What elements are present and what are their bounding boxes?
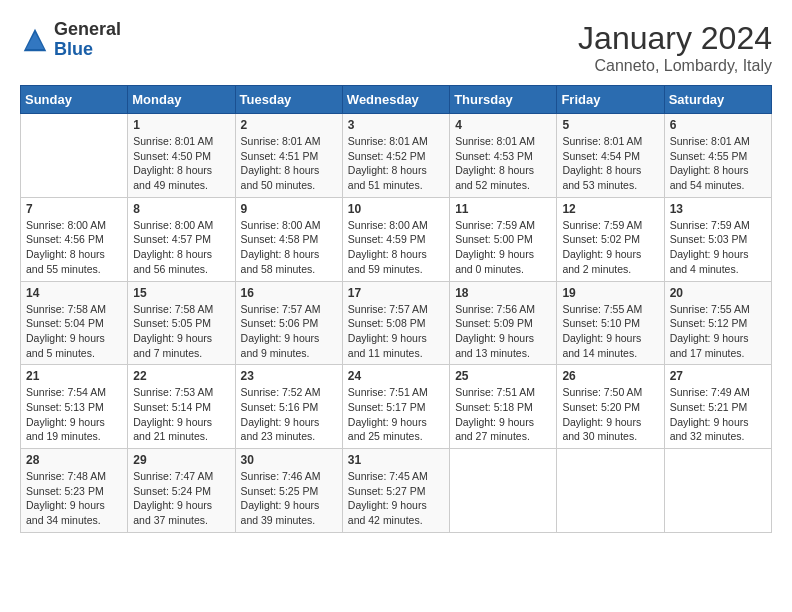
day-info: Sunrise: 7:52 AMSunset: 5:16 PMDaylight:… bbox=[241, 385, 337, 444]
calendar-day-cell: 17Sunrise: 7:57 AMSunset: 5:08 PMDayligh… bbox=[342, 281, 449, 365]
calendar-day-cell: 7Sunrise: 8:00 AMSunset: 4:56 PMDaylight… bbox=[21, 197, 128, 281]
day-number: 9 bbox=[241, 202, 337, 216]
day-number: 6 bbox=[670, 118, 766, 132]
calendar-week-row: 14Sunrise: 7:58 AMSunset: 5:04 PMDayligh… bbox=[21, 281, 772, 365]
logo: General Blue bbox=[20, 20, 121, 60]
calendar-day-cell: 2Sunrise: 8:01 AMSunset: 4:51 PMDaylight… bbox=[235, 114, 342, 198]
day-number: 28 bbox=[26, 453, 122, 467]
day-info: Sunrise: 8:00 AMSunset: 4:58 PMDaylight:… bbox=[241, 218, 337, 277]
logo-icon bbox=[20, 25, 50, 55]
day-number: 26 bbox=[562, 369, 658, 383]
day-number: 23 bbox=[241, 369, 337, 383]
day-number: 17 bbox=[348, 286, 444, 300]
calendar-day-cell: 20Sunrise: 7:55 AMSunset: 5:12 PMDayligh… bbox=[664, 281, 771, 365]
calendar-day-cell: 28Sunrise: 7:48 AMSunset: 5:23 PMDayligh… bbox=[21, 449, 128, 533]
day-number: 1 bbox=[133, 118, 229, 132]
calendar-day-cell: 26Sunrise: 7:50 AMSunset: 5:20 PMDayligh… bbox=[557, 365, 664, 449]
day-number: 13 bbox=[670, 202, 766, 216]
day-number: 12 bbox=[562, 202, 658, 216]
calendar-day-header: Wednesday bbox=[342, 86, 449, 114]
day-number: 27 bbox=[670, 369, 766, 383]
calendar-week-row: 21Sunrise: 7:54 AMSunset: 5:13 PMDayligh… bbox=[21, 365, 772, 449]
calendar-day-cell: 19Sunrise: 7:55 AMSunset: 5:10 PMDayligh… bbox=[557, 281, 664, 365]
calendar-day-cell: 6Sunrise: 8:01 AMSunset: 4:55 PMDaylight… bbox=[664, 114, 771, 198]
calendar-week-row: 28Sunrise: 7:48 AMSunset: 5:23 PMDayligh… bbox=[21, 449, 772, 533]
day-info: Sunrise: 7:54 AMSunset: 5:13 PMDaylight:… bbox=[26, 385, 122, 444]
day-info: Sunrise: 8:01 AMSunset: 4:55 PMDaylight:… bbox=[670, 134, 766, 193]
day-number: 4 bbox=[455, 118, 551, 132]
calendar-day-cell: 21Sunrise: 7:54 AMSunset: 5:13 PMDayligh… bbox=[21, 365, 128, 449]
day-number: 8 bbox=[133, 202, 229, 216]
day-number: 3 bbox=[348, 118, 444, 132]
calendar-day-cell bbox=[21, 114, 128, 198]
calendar-day-cell bbox=[557, 449, 664, 533]
logo-general-text: General bbox=[54, 19, 121, 39]
day-number: 15 bbox=[133, 286, 229, 300]
logo-blue-text: Blue bbox=[54, 39, 93, 59]
day-info: Sunrise: 7:59 AMSunset: 5:03 PMDaylight:… bbox=[670, 218, 766, 277]
day-info: Sunrise: 7:55 AMSunset: 5:10 PMDaylight:… bbox=[562, 302, 658, 361]
calendar-title: January 2024 bbox=[578, 20, 772, 57]
day-info: Sunrise: 7:48 AMSunset: 5:23 PMDaylight:… bbox=[26, 469, 122, 528]
day-info: Sunrise: 7:51 AMSunset: 5:17 PMDaylight:… bbox=[348, 385, 444, 444]
calendar-day-cell bbox=[450, 449, 557, 533]
calendar-day-cell: 12Sunrise: 7:59 AMSunset: 5:02 PMDayligh… bbox=[557, 197, 664, 281]
day-number: 22 bbox=[133, 369, 229, 383]
title-block: January 2024 Canneto, Lombardy, Italy bbox=[578, 20, 772, 75]
day-info: Sunrise: 8:01 AMSunset: 4:53 PMDaylight:… bbox=[455, 134, 551, 193]
day-number: 11 bbox=[455, 202, 551, 216]
calendar-header-row: SundayMondayTuesdayWednesdayThursdayFrid… bbox=[21, 86, 772, 114]
day-info: Sunrise: 7:57 AMSunset: 5:08 PMDaylight:… bbox=[348, 302, 444, 361]
day-info: Sunrise: 7:50 AMSunset: 5:20 PMDaylight:… bbox=[562, 385, 658, 444]
day-info: Sunrise: 7:55 AMSunset: 5:12 PMDaylight:… bbox=[670, 302, 766, 361]
calendar-day-cell: 8Sunrise: 8:00 AMSunset: 4:57 PMDaylight… bbox=[128, 197, 235, 281]
calendar-day-header: Thursday bbox=[450, 86, 557, 114]
calendar-day-cell: 24Sunrise: 7:51 AMSunset: 5:17 PMDayligh… bbox=[342, 365, 449, 449]
day-number: 31 bbox=[348, 453, 444, 467]
calendar-day-cell: 5Sunrise: 8:01 AMSunset: 4:54 PMDaylight… bbox=[557, 114, 664, 198]
calendar-week-row: 7Sunrise: 8:00 AMSunset: 4:56 PMDaylight… bbox=[21, 197, 772, 281]
day-number: 7 bbox=[26, 202, 122, 216]
calendar-day-cell: 15Sunrise: 7:58 AMSunset: 5:05 PMDayligh… bbox=[128, 281, 235, 365]
calendar-week-row: 1Sunrise: 8:01 AMSunset: 4:50 PMDaylight… bbox=[21, 114, 772, 198]
day-number: 25 bbox=[455, 369, 551, 383]
day-info: Sunrise: 7:59 AMSunset: 5:00 PMDaylight:… bbox=[455, 218, 551, 277]
day-info: Sunrise: 7:46 AMSunset: 5:25 PMDaylight:… bbox=[241, 469, 337, 528]
day-info: Sunrise: 8:01 AMSunset: 4:51 PMDaylight:… bbox=[241, 134, 337, 193]
calendar-day-header: Tuesday bbox=[235, 86, 342, 114]
day-info: Sunrise: 7:49 AMSunset: 5:21 PMDaylight:… bbox=[670, 385, 766, 444]
day-info: Sunrise: 7:51 AMSunset: 5:18 PMDaylight:… bbox=[455, 385, 551, 444]
calendar-day-cell: 10Sunrise: 8:00 AMSunset: 4:59 PMDayligh… bbox=[342, 197, 449, 281]
day-info: Sunrise: 8:01 AMSunset: 4:54 PMDaylight:… bbox=[562, 134, 658, 193]
calendar-day-cell: 25Sunrise: 7:51 AMSunset: 5:18 PMDayligh… bbox=[450, 365, 557, 449]
day-number: 29 bbox=[133, 453, 229, 467]
calendar-day-header: Sunday bbox=[21, 86, 128, 114]
calendar-day-header: Saturday bbox=[664, 86, 771, 114]
day-number: 2 bbox=[241, 118, 337, 132]
calendar-subtitle: Canneto, Lombardy, Italy bbox=[578, 57, 772, 75]
day-number: 24 bbox=[348, 369, 444, 383]
day-number: 16 bbox=[241, 286, 337, 300]
day-number: 21 bbox=[26, 369, 122, 383]
day-info: Sunrise: 8:00 AMSunset: 4:57 PMDaylight:… bbox=[133, 218, 229, 277]
page-header: General Blue January 2024 Canneto, Lomba… bbox=[20, 20, 772, 75]
calendar-day-cell: 27Sunrise: 7:49 AMSunset: 5:21 PMDayligh… bbox=[664, 365, 771, 449]
calendar-body: 1Sunrise: 8:01 AMSunset: 4:50 PMDaylight… bbox=[21, 114, 772, 533]
day-info: Sunrise: 7:47 AMSunset: 5:24 PMDaylight:… bbox=[133, 469, 229, 528]
day-info: Sunrise: 8:00 AMSunset: 4:56 PMDaylight:… bbox=[26, 218, 122, 277]
day-info: Sunrise: 7:58 AMSunset: 5:05 PMDaylight:… bbox=[133, 302, 229, 361]
svg-marker-1 bbox=[26, 32, 44, 49]
day-info: Sunrise: 7:59 AMSunset: 5:02 PMDaylight:… bbox=[562, 218, 658, 277]
day-info: Sunrise: 8:01 AMSunset: 4:52 PMDaylight:… bbox=[348, 134, 444, 193]
day-info: Sunrise: 7:53 AMSunset: 5:14 PMDaylight:… bbox=[133, 385, 229, 444]
calendar-day-header: Friday bbox=[557, 86, 664, 114]
calendar-day-cell: 30Sunrise: 7:46 AMSunset: 5:25 PMDayligh… bbox=[235, 449, 342, 533]
calendar-day-cell: 4Sunrise: 8:01 AMSunset: 4:53 PMDaylight… bbox=[450, 114, 557, 198]
calendar-day-cell: 11Sunrise: 7:59 AMSunset: 5:00 PMDayligh… bbox=[450, 197, 557, 281]
day-number: 19 bbox=[562, 286, 658, 300]
day-info: Sunrise: 7:56 AMSunset: 5:09 PMDaylight:… bbox=[455, 302, 551, 361]
day-number: 20 bbox=[670, 286, 766, 300]
calendar-day-cell: 9Sunrise: 8:00 AMSunset: 4:58 PMDaylight… bbox=[235, 197, 342, 281]
day-number: 10 bbox=[348, 202, 444, 216]
calendar-day-cell: 23Sunrise: 7:52 AMSunset: 5:16 PMDayligh… bbox=[235, 365, 342, 449]
